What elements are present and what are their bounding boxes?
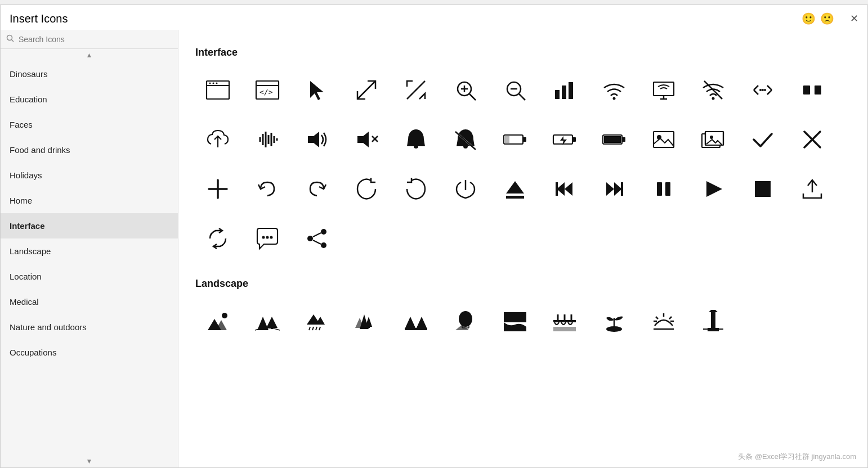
icon-close-x[interactable]	[790, 117, 835, 162]
svg-line-99	[312, 327, 314, 330]
insert-icons-dialog: Insert Icons 🙂 🙁 ✕ ▲ Dinosaurs Education…	[0, 4, 868, 468]
dialog-body: ▲ Dinosaurs Education Faces Food and dri…	[1, 30, 867, 467]
sidebar-item-nature-outdoors[interactable]: Nature and outdoors	[1, 314, 178, 340]
svg-marker-43	[308, 132, 319, 147]
sidebar-list: Dinosaurs Education Faces Food and drink…	[1, 61, 178, 455]
icon-forest[interactable]	[344, 299, 389, 344]
scroll-up-arrow[interactable]: ▲	[1, 49, 178, 61]
svg-rect-70	[506, 196, 524, 199]
svg-line-100	[316, 327, 317, 330]
svg-point-27	[712, 97, 715, 100]
icon-canyon[interactable]	[393, 299, 439, 344]
icon-browser-window[interactable]	[195, 68, 240, 112]
sidebar-item-interface[interactable]: Interface	[1, 213, 178, 238]
svg-line-14	[469, 94, 476, 100]
icon-redo[interactable]	[294, 166, 339, 212]
icon-landscape-trees[interactable]	[245, 299, 290, 344]
svg-point-110	[459, 311, 472, 327]
icon-stop[interactable]	[740, 166, 785, 212]
scroll-down-arrow[interactable]: ▼	[1, 455, 178, 467]
sidebar-item-location[interactable]: Location	[1, 264, 178, 289]
icon-sunrise[interactable]	[641, 299, 686, 344]
sidebar-item-landscape[interactable]: Landscape	[1, 238, 178, 264]
icon-undo[interactable]	[245, 166, 290, 212]
icon-refresh-ccw[interactable]	[393, 166, 439, 212]
icon-volume[interactable]	[294, 117, 339, 162]
svg-marker-72	[565, 182, 572, 196]
svg-point-30	[762, 89, 764, 91]
icon-checkmark[interactable]	[740, 117, 785, 162]
icon-mute[interactable]	[344, 117, 389, 162]
icon-wifi-off[interactable]	[691, 68, 736, 112]
icon-waterfall[interactable]	[493, 299, 538, 344]
icon-audio-wave[interactable]	[245, 117, 290, 162]
svg-point-85	[307, 236, 313, 241]
icon-bell[interactable]	[393, 117, 439, 162]
sidebar-item-occupations[interactable]: Occupations	[1, 340, 178, 365]
icon-compress[interactable]	[393, 68, 439, 112]
emoji-sad-icon[interactable]: 🙁	[820, 12, 834, 25]
icon-eject[interactable]	[493, 166, 538, 212]
sidebar-item-faces[interactable]: Faces	[1, 112, 178, 137]
icon-battery-charging[interactable]	[542, 117, 587, 162]
search-input[interactable]	[19, 35, 172, 44]
icon-cloud-upload[interactable]	[195, 117, 240, 162]
sidebar-item-home[interactable]: Home	[1, 188, 178, 213]
sidebar-item-dinosaurs[interactable]: Dinosaurs	[1, 61, 178, 87]
sidebar-item-food-drinks[interactable]: Food and drinks	[1, 137, 178, 163]
icon-sync[interactable]	[195, 216, 240, 261]
svg-point-81	[262, 236, 265, 239]
svg-rect-22	[569, 82, 573, 99]
icon-lighthouse[interactable]	[691, 299, 736, 344]
icon-image[interactable]	[641, 117, 686, 162]
svg-point-4	[209, 83, 211, 84]
icon-bridge[interactable]	[542, 299, 587, 344]
icon-pause[interactable]	[641, 166, 686, 212]
icon-zoom-out[interactable]	[493, 68, 538, 112]
sidebar-item-education[interactable]: Education	[1, 87, 178, 112]
icon-code-dots[interactable]	[740, 68, 785, 112]
icon-skip-forward[interactable]	[592, 166, 637, 212]
icon-mountain-sun[interactable]	[195, 299, 240, 344]
icon-bell-off[interactable]	[443, 117, 488, 162]
close-button[interactable]: ✕	[850, 12, 858, 25]
icon-bar-chart[interactable]	[542, 68, 587, 112]
svg-line-123	[669, 317, 672, 319]
svg-line-122	[656, 317, 658, 319]
icon-share[interactable]	[294, 216, 339, 261]
icon-code-window[interactable]: </>	[245, 68, 290, 112]
icon-battery[interactable]	[493, 117, 538, 162]
icon-expand[interactable]	[344, 68, 389, 112]
icon-chat-dots[interactable]	[245, 216, 290, 261]
icon-refresh-cw[interactable]	[344, 166, 389, 212]
icon-hot-air-balloon[interactable]	[443, 299, 488, 344]
icon-skip-back[interactable]	[542, 166, 587, 212]
icon-plus[interactable]	[195, 166, 240, 212]
icon-zoom-in[interactable]	[443, 68, 488, 112]
svg-line-98	[309, 327, 310, 330]
svg-line-1	[12, 40, 14, 42]
icon-cursor[interactable]	[294, 68, 339, 112]
svg-point-86	[321, 242, 326, 248]
icon-play[interactable]	[691, 166, 736, 212]
emoji-happy-icon[interactable]: 🙂	[802, 12, 816, 25]
icon-upload[interactable]	[790, 166, 835, 212]
sidebar-item-medical[interactable]: Medical	[1, 289, 178, 314]
title-bar-actions: 🙂 🙁 ✕	[802, 12, 858, 25]
icon-rain-landscape[interactable]	[294, 299, 339, 344]
icon-power[interactable]	[443, 166, 488, 212]
icon-wifi[interactable]	[592, 68, 637, 112]
svg-marker-44	[357, 132, 369, 147]
icon-images[interactable]	[691, 117, 736, 162]
title-bar: Insert Icons 🙂 🙁 ✕	[1, 5, 867, 30]
icon-cast[interactable]	[641, 68, 686, 112]
svg-point-84	[321, 229, 326, 235]
svg-rect-113	[504, 312, 526, 322]
interface-icons-grid: </>	[195, 68, 851, 261]
svg-text:</>: </>	[259, 88, 273, 96]
icon-pause-thick[interactable]	[790, 68, 835, 112]
icon-battery-full[interactable]	[592, 117, 637, 162]
sidebar-item-holidays[interactable]: Holidays	[1, 163, 178, 188]
icon-palm-island[interactable]	[592, 299, 637, 344]
search-box	[1, 30, 178, 49]
